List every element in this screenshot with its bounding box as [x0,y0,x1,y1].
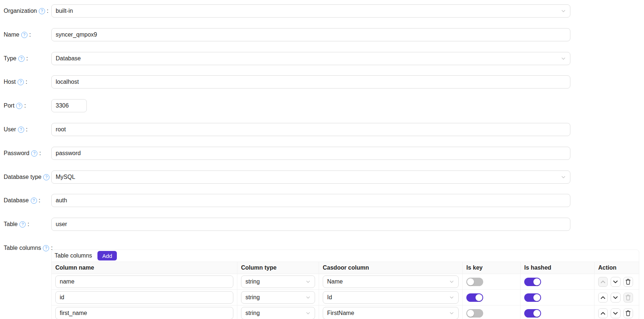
chevron-down-icon [449,295,454,300]
table-header-cell: Column type [237,262,319,274]
move-up-button[interactable] [598,293,608,303]
table-body: name string Name [52,274,639,319]
is-hashed-toggle[interactable] [524,293,541,302]
help-icon[interactable]: ? [18,127,24,133]
is-hashed-toggle[interactable] [524,309,541,318]
field-label: Host ? : [4,75,27,89]
is-key-toggle[interactable] [466,293,483,302]
form-field-row: Database ? : auth [0,194,644,207]
is-hashed-toggle[interactable] [524,278,541,286]
chevron-down-icon [306,295,311,300]
chevron-down-icon [561,56,566,61]
select-input[interactable]: built-in [51,4,570,18]
label-colon: : [26,55,28,62]
field-label-text: Name [4,31,19,38]
field-label-text: Database type [4,174,41,180]
form-field-row: Name ? : syncer_qmpox9 [0,28,644,41]
field-label-text: Password [4,150,29,157]
chevron-up-icon [600,311,606,316]
form-field-row: User ? : root [0,123,644,136]
help-icon[interactable]: ? [21,32,27,38]
form-field-row: Password ? : password [0,147,644,160]
label-colon: : [47,8,48,14]
field-label-text: Host [4,79,16,85]
table-title: Table columns [55,252,92,259]
casdoor-column-select[interactable]: Name [323,275,459,288]
trash-icon [625,294,631,301]
chevron-down-icon [306,311,311,316]
text-input[interactable]: auth [51,194,570,207]
table-row: id string Id [52,290,639,305]
label-colon: : [39,150,41,157]
form-field-row: Database type ? : MySQL [0,170,644,184]
delete-button[interactable] [623,277,633,287]
text-input[interactable]: root [51,123,570,136]
chevron-down-icon [612,311,618,316]
label-colon: : [39,197,40,204]
move-up-button[interactable] [598,308,608,318]
text-input[interactable]: localhost [51,75,570,89]
chevron-down-icon [612,279,618,284]
form-field-row: Organization ? : built-in [0,4,644,18]
move-up-button [598,277,608,287]
label-colon: : [26,126,27,133]
chevron-up-icon [600,295,606,300]
field-label: Table ? : [4,218,29,231]
move-down-button[interactable] [611,277,620,287]
help-icon[interactable]: ? [19,221,26,228]
table-row: name string Name [52,274,639,290]
move-down-button[interactable] [611,293,620,303]
table-header-row: Column name Column type Casdoor column I… [52,262,639,274]
is-key-toggle[interactable] [466,309,483,318]
casdoor-column-select[interactable]: Id [323,291,459,304]
label-colon: : [26,79,27,85]
form-field-row: Port ? : 3306 [0,99,644,112]
select-input[interactable]: Database [51,52,570,65]
field-label: User ? : [4,123,27,136]
trash-icon [625,279,631,285]
text-input[interactable]: syncer_qmpox9 [51,28,570,41]
help-icon[interactable]: ? [16,103,22,109]
delete-button [623,293,633,303]
help-icon[interactable]: ? [31,198,37,204]
table-header-cell: Action [595,262,639,274]
select-input[interactable]: MySQL [51,170,570,184]
help-icon[interactable]: ? [43,174,49,180]
is-key-toggle[interactable] [466,278,483,286]
text-input[interactable]: password [51,147,570,160]
casdoor-column-select[interactable]: FirstName [323,307,459,319]
field-label: Type ? : [4,52,28,65]
table-header-cell: Is key [463,262,521,274]
add-column-button[interactable]: Add [97,251,117,260]
column-type-select[interactable]: string [241,275,315,288]
chevron-down-icon [306,279,311,284]
help-icon[interactable]: ? [18,56,25,62]
chevron-down-icon [612,295,618,300]
column-name-input[interactable]: first_name [55,307,233,319]
label-colon: : [29,31,31,38]
help-icon[interactable]: ? [39,8,45,14]
field-label: Name ? : [4,28,31,41]
chevron-down-icon [561,8,566,14]
help-icon[interactable]: ? [18,79,24,85]
chevron-down-icon [449,279,454,284]
field-label-text: User [4,126,16,133]
column-type-select[interactable]: string [241,291,315,304]
table-row: first_name string FirstName [52,305,639,319]
move-down-button[interactable] [611,308,620,318]
field-label-text: Table columns [4,245,41,251]
field-label-text: Database [4,197,29,204]
help-icon[interactable]: ? [31,150,37,157]
delete-button[interactable] [623,308,633,318]
field-label: Table columns ? : [4,241,53,255]
table-header-cell: Is hashed [521,262,595,274]
field-label-text: Table [4,221,18,228]
form-field-row: Host ? : localhost [0,75,644,89]
column-name-input[interactable]: name [55,275,233,288]
text-input[interactable]: 3306 [51,99,87,112]
column-name-input[interactable]: id [55,291,233,304]
column-type-select[interactable]: string [241,307,315,319]
text-input[interactable]: user [51,218,570,231]
label-colon: : [24,102,26,109]
help-icon[interactable]: ? [43,245,49,251]
